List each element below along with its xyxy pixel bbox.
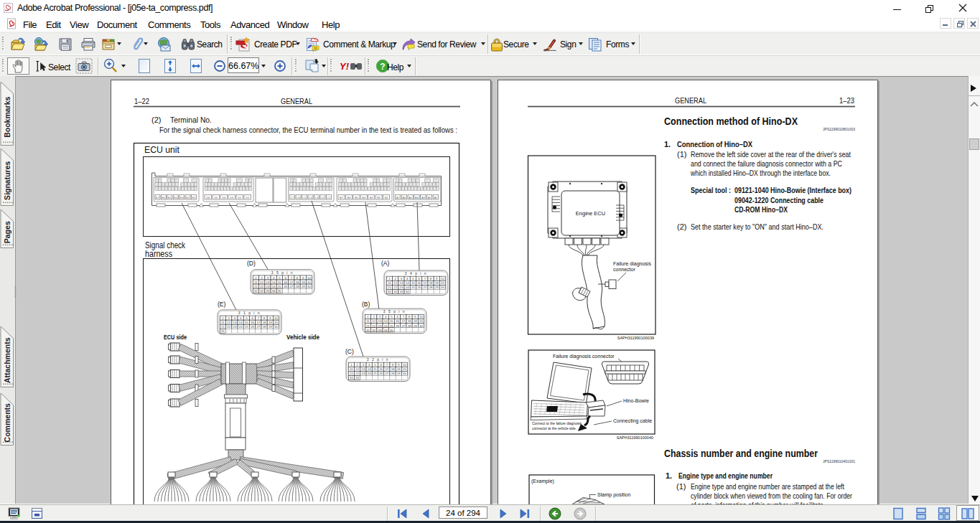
svg-text:18: 18 (263, 321, 266, 324)
svg-text:1.: 1. (664, 140, 671, 149)
svg-text:14: 14 (368, 367, 371, 371)
svg-text:19: 19 (302, 281, 305, 284)
svg-text:17: 17 (401, 319, 405, 323)
svg-text:B6: B6 (347, 196, 351, 199)
svg-text:E2: E2 (186, 196, 190, 199)
svg-text:10: 10 (274, 316, 278, 320)
svg-text:29: 29 (397, 372, 401, 375)
svg-text:32: 32 (372, 329, 375, 332)
svg-text:10: 10 (403, 363, 406, 367)
svg-text:22: 22 (260, 285, 263, 288)
svg-text:24: 24 (406, 286, 409, 289)
svg-text:30: 30 (274, 325, 278, 329)
svg-text:32: 32 (260, 289, 263, 293)
svg-text:Connecting cable: Connecting cable (613, 418, 652, 424)
svg-text:A1: A1 (434, 196, 438, 199)
svg-text:C5: C5 (302, 196, 307, 199)
svg-text:28: 28 (296, 285, 299, 288)
svg-text:CD-ROM Hino–DX: CD-ROM Hino–DX (734, 205, 788, 214)
svg-text:E4: E4 (174, 196, 178, 199)
svg-text:15: 15 (390, 319, 393, 323)
svg-text:C2: C2 (321, 196, 325, 199)
svg-text:29: 29 (414, 324, 417, 328)
svg-text:(E): (E) (218, 301, 226, 308)
svg-text:33: 33 (266, 289, 270, 293)
svg-text:18: 18 (391, 367, 395, 371)
svg-text:10: 10 (441, 277, 444, 281)
svg-text:Failure diagnosis: Failure diagnosis (613, 261, 651, 267)
svg-text:16: 16 (284, 281, 287, 284)
svg-text:A7: A7 (396, 196, 401, 199)
svg-text:17: 17 (256, 321, 260, 324)
svg-text:(1): (1) (676, 482, 686, 491)
svg-text:3 5 p i n: 3 5 p i n (383, 309, 406, 314)
svg-text:17: 17 (423, 281, 426, 285)
svg-text:B5: B5 (355, 196, 359, 199)
svg-text:21: 21 (221, 325, 225, 329)
svg-text:(2): (2) (677, 222, 686, 231)
svg-text:Chassis number and engine numb: Chassis number and engine number (664, 447, 818, 459)
svg-text:21: 21 (350, 372, 353, 375)
svg-text:C4: C4 (309, 196, 313, 199)
svg-text:JPS1199010401001: JPS1199010401001 (823, 459, 855, 463)
svg-text:23: 23 (400, 286, 403, 289)
svg-text:23: 23 (233, 325, 237, 329)
svg-text:19: 19 (414, 319, 417, 323)
svg-text:23: 23 (378, 324, 382, 328)
svg-text:27: 27 (401, 324, 405, 328)
svg-text:27: 27 (423, 286, 426, 289)
svg-text:29: 29 (435, 286, 439, 289)
svg-text:Engine type and engine number: Engine type and engine number are stampe… (691, 482, 844, 491)
svg-text:26: 26 (379, 372, 383, 375)
svg-text:12: 12 (393, 281, 397, 285)
svg-text:B1: B1 (385, 196, 389, 199)
svg-text:10: 10 (307, 276, 311, 280)
svg-text:(A): (A) (381, 260, 390, 267)
svg-text:23: 23 (362, 372, 365, 375)
svg-text:ECU unit: ECU unit (144, 145, 180, 155)
svg-text:34: 34 (384, 329, 388, 332)
svg-text:Connection method of Hino-DX: Connection method of Hino-DX (664, 115, 798, 127)
svg-text:A2: A2 (428, 196, 432, 199)
svg-text:27: 27 (256, 325, 260, 329)
svg-text:connector: connector (613, 267, 635, 272)
svg-text:21: 21 (388, 286, 391, 289)
svg-text:(Example): (Example) (531, 479, 554, 484)
svg-text:16: 16 (379, 367, 383, 371)
svg-text:28: 28 (408, 324, 411, 328)
svg-text:32: 32 (393, 290, 397, 293)
svg-text:32: 32 (355, 376, 359, 380)
svg-text:33: 33 (400, 290, 403, 293)
svg-text:35: 35 (390, 329, 393, 332)
svg-text:31: 31 (388, 290, 391, 293)
svg-text:D5: D5 (214, 196, 218, 199)
svg-text:22: 22 (227, 325, 230, 329)
svg-text:22: 22 (355, 372, 359, 375)
svg-text:14: 14 (384, 319, 388, 323)
svg-text:D2: D2 (238, 196, 242, 199)
svg-text:(C): (C) (345, 348, 354, 355)
svg-text:22: 22 (393, 286, 397, 289)
svg-text:31: 31 (366, 329, 370, 332)
svg-text:connector at the vehicle side.: connector at the vehicle side. (532, 426, 577, 430)
svg-text:11: 11 (254, 281, 258, 284)
svg-text:A6: A6 (403, 196, 407, 199)
svg-text:12: 12 (260, 281, 263, 284)
svg-text:16: 16 (396, 319, 399, 323)
svg-text:1–22: 1–22 (134, 97, 149, 105)
svg-text:25: 25 (278, 285, 281, 288)
svg-text:E3: E3 (180, 196, 185, 199)
svg-text:17: 17 (385, 367, 388, 371)
svg-text:Failure diagnosis connector: Failure diagnosis connector (553, 354, 615, 359)
svg-text:09042-1220 Connecting cable: 09042-1220 Connecting cable (734, 196, 823, 204)
svg-text:15: 15 (278, 281, 281, 284)
svg-text:26: 26 (396, 324, 399, 328)
svg-text:13: 13 (378, 319, 382, 323)
svg-text:B3: B3 (370, 196, 374, 199)
svg-text:30: 30 (403, 372, 406, 375)
svg-text:SAPH311990100040: SAPH311990100040 (617, 435, 653, 440)
svg-text:29: 29 (302, 285, 305, 288)
svg-text:24: 24 (239, 325, 243, 329)
svg-text:C6: C6 (297, 196, 301, 199)
svg-text:16: 16 (251, 321, 254, 324)
